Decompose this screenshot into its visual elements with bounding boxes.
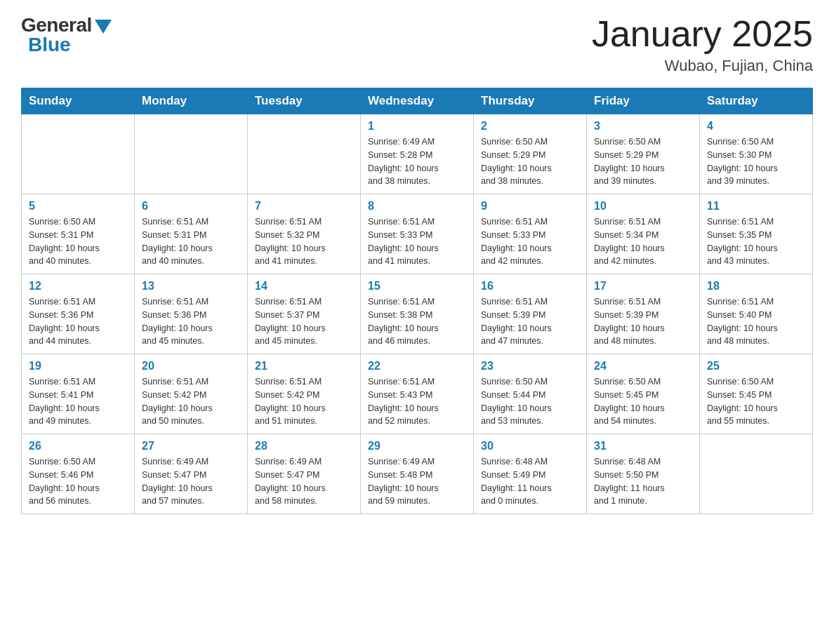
day-info: Sunrise: 6:50 AM Sunset: 5:31 PM Dayligh… — [29, 215, 127, 268]
day-number: 4 — [707, 120, 805, 133]
logo-triangle-icon — [95, 20, 112, 34]
day-info: Sunrise: 6:50 AM Sunset: 5:45 PM Dayligh… — [594, 375, 692, 428]
logo-blue-text: Blue — [28, 34, 71, 56]
day-number: 15 — [368, 280, 466, 293]
calendar-cell: 17Sunrise: 6:51 AM Sunset: 5:39 PM Dayli… — [587, 274, 700, 354]
day-info: Sunrise: 6:48 AM Sunset: 5:50 PM Dayligh… — [594, 455, 692, 508]
day-number: 19 — [29, 360, 127, 373]
day-number: 25 — [707, 360, 805, 373]
calendar-cell: 29Sunrise: 6:49 AM Sunset: 5:48 PM Dayli… — [361, 434, 474, 514]
day-number: 7 — [255, 200, 353, 213]
calendar-cell — [700, 434, 813, 514]
day-info: Sunrise: 6:51 AM Sunset: 5:35 PM Dayligh… — [707, 215, 805, 268]
calendar-week-row: 26Sunrise: 6:50 AM Sunset: 5:46 PM Dayli… — [22, 434, 813, 514]
col-header-thursday: Thursday — [474, 88, 587, 114]
day-number: 10 — [594, 200, 692, 213]
calendar-cell: 6Sunrise: 6:51 AM Sunset: 5:31 PM Daylig… — [135, 194, 248, 274]
day-number: 26 — [29, 440, 127, 452]
day-info: Sunrise: 6:50 AM Sunset: 5:46 PM Dayligh… — [29, 455, 127, 508]
day-number: 3 — [594, 120, 692, 133]
calendar-cell: 9Sunrise: 6:51 AM Sunset: 5:33 PM Daylig… — [474, 194, 587, 274]
day-number: 20 — [142, 360, 240, 373]
calendar-week-row: 1Sunrise: 6:49 AM Sunset: 5:28 PM Daylig… — [22, 114, 813, 194]
calendar-cell: 7Sunrise: 6:51 AM Sunset: 5:32 PM Daylig… — [248, 194, 361, 274]
day-info: Sunrise: 6:51 AM Sunset: 5:43 PM Dayligh… — [368, 375, 466, 428]
day-number: 5 — [29, 200, 127, 213]
day-info: Sunrise: 6:50 AM Sunset: 5:45 PM Dayligh… — [707, 375, 805, 428]
day-info: Sunrise: 6:51 AM Sunset: 5:34 PM Dayligh… — [594, 215, 692, 268]
calendar-cell: 5Sunrise: 6:50 AM Sunset: 5:31 PM Daylig… — [22, 194, 135, 274]
day-info: Sunrise: 6:49 AM Sunset: 5:28 PM Dayligh… — [368, 135, 466, 188]
day-info: Sunrise: 6:51 AM Sunset: 5:36 PM Dayligh… — [29, 295, 127, 348]
day-number: 28 — [255, 440, 353, 452]
calendar-cell: 25Sunrise: 6:50 AM Sunset: 5:45 PM Dayli… — [700, 354, 813, 434]
location-text: Wubao, Fujian, China — [592, 57, 813, 75]
day-info: Sunrise: 6:51 AM Sunset: 5:38 PM Dayligh… — [368, 295, 466, 348]
day-number: 21 — [255, 360, 353, 373]
day-info: Sunrise: 6:51 AM Sunset: 5:40 PM Dayligh… — [707, 295, 805, 348]
calendar-cell — [248, 114, 361, 194]
col-header-wednesday: Wednesday — [361, 88, 474, 114]
day-info: Sunrise: 6:50 AM Sunset: 5:29 PM Dayligh… — [481, 135, 579, 188]
day-info: Sunrise: 6:51 AM Sunset: 5:37 PM Dayligh… — [255, 295, 353, 348]
day-info: Sunrise: 6:51 AM Sunset: 5:33 PM Dayligh… — [368, 215, 466, 268]
day-number: 24 — [594, 360, 692, 373]
calendar-cell: 28Sunrise: 6:49 AM Sunset: 5:47 PM Dayli… — [248, 434, 361, 514]
calendar-cell: 1Sunrise: 6:49 AM Sunset: 5:28 PM Daylig… — [361, 114, 474, 194]
calendar-cell: 8Sunrise: 6:51 AM Sunset: 5:33 PM Daylig… — [361, 194, 474, 274]
day-info: Sunrise: 6:51 AM Sunset: 5:42 PM Dayligh… — [255, 375, 353, 428]
day-number: 16 — [481, 280, 579, 293]
day-number: 31 — [594, 440, 692, 452]
day-info: Sunrise: 6:51 AM Sunset: 5:41 PM Dayligh… — [29, 375, 127, 428]
day-number: 11 — [707, 200, 805, 213]
calendar-week-row: 19Sunrise: 6:51 AM Sunset: 5:41 PM Dayli… — [22, 354, 813, 434]
day-number: 12 — [29, 280, 127, 293]
day-number: 29 — [368, 440, 466, 452]
day-number: 18 — [707, 280, 805, 293]
day-number: 14 — [255, 280, 353, 293]
day-info: Sunrise: 6:50 AM Sunset: 5:29 PM Dayligh… — [594, 135, 692, 188]
day-number: 13 — [142, 280, 240, 293]
calendar-cell: 2Sunrise: 6:50 AM Sunset: 5:29 PM Daylig… — [474, 114, 587, 194]
day-info: Sunrise: 6:49 AM Sunset: 5:48 PM Dayligh… — [368, 455, 466, 508]
calendar-week-row: 5Sunrise: 6:50 AM Sunset: 5:31 PM Daylig… — [22, 194, 813, 274]
day-info: Sunrise: 6:51 AM Sunset: 5:39 PM Dayligh… — [594, 295, 692, 348]
title-block: January 2025 Wubao, Fujian, China — [592, 14, 813, 75]
day-number: 23 — [481, 360, 579, 373]
day-number: 30 — [481, 440, 579, 452]
calendar-table: SundayMondayTuesdayWednesdayThursdayFrid… — [21, 88, 813, 514]
calendar-cell: 12Sunrise: 6:51 AM Sunset: 5:36 PM Dayli… — [22, 274, 135, 354]
col-header-monday: Monday — [135, 88, 248, 114]
day-info: Sunrise: 6:51 AM Sunset: 5:32 PM Dayligh… — [255, 215, 353, 268]
day-number: 1 — [368, 120, 466, 133]
day-number: 8 — [368, 200, 466, 213]
day-info: Sunrise: 6:48 AM Sunset: 5:49 PM Dayligh… — [481, 455, 579, 508]
calendar-cell: 11Sunrise: 6:51 AM Sunset: 5:35 PM Dayli… — [700, 194, 813, 274]
calendar-cell: 27Sunrise: 6:49 AM Sunset: 5:47 PM Dayli… — [135, 434, 248, 514]
day-info: Sunrise: 6:51 AM Sunset: 5:33 PM Dayligh… — [481, 215, 579, 268]
calendar-cell: 10Sunrise: 6:51 AM Sunset: 5:34 PM Dayli… — [587, 194, 700, 274]
calendar-cell: 26Sunrise: 6:50 AM Sunset: 5:46 PM Dayli… — [22, 434, 135, 514]
calendar-cell: 20Sunrise: 6:51 AM Sunset: 5:42 PM Dayli… — [135, 354, 248, 434]
logo: General Blue — [21, 14, 112, 56]
calendar-cell — [22, 114, 135, 194]
col-header-saturday: Saturday — [700, 88, 813, 114]
page-header: General Blue January 2025 Wubao, Fujian,… — [21, 14, 813, 75]
calendar-cell: 31Sunrise: 6:48 AM Sunset: 5:50 PM Dayli… — [587, 434, 700, 514]
day-info: Sunrise: 6:49 AM Sunset: 5:47 PM Dayligh… — [255, 455, 353, 508]
day-info: Sunrise: 6:50 AM Sunset: 5:30 PM Dayligh… — [707, 135, 805, 188]
day-number: 6 — [142, 200, 240, 213]
day-number: 9 — [481, 200, 579, 213]
calendar-cell: 4Sunrise: 6:50 AM Sunset: 5:30 PM Daylig… — [700, 114, 813, 194]
calendar-cell: 18Sunrise: 6:51 AM Sunset: 5:40 PM Dayli… — [700, 274, 813, 354]
calendar-cell: 23Sunrise: 6:50 AM Sunset: 5:44 PM Dayli… — [474, 354, 587, 434]
calendar-week-row: 12Sunrise: 6:51 AM Sunset: 5:36 PM Dayli… — [22, 274, 813, 354]
day-number: 2 — [481, 120, 579, 133]
day-info: Sunrise: 6:49 AM Sunset: 5:47 PM Dayligh… — [142, 455, 240, 508]
day-info: Sunrise: 6:51 AM Sunset: 5:39 PM Dayligh… — [481, 295, 579, 348]
calendar-cell: 19Sunrise: 6:51 AM Sunset: 5:41 PM Dayli… — [22, 354, 135, 434]
calendar-cell: 3Sunrise: 6:50 AM Sunset: 5:29 PM Daylig… — [587, 114, 700, 194]
month-title: January 2025 — [592, 14, 813, 54]
day-number: 17 — [594, 280, 692, 293]
calendar-cell: 24Sunrise: 6:50 AM Sunset: 5:45 PM Dayli… — [587, 354, 700, 434]
